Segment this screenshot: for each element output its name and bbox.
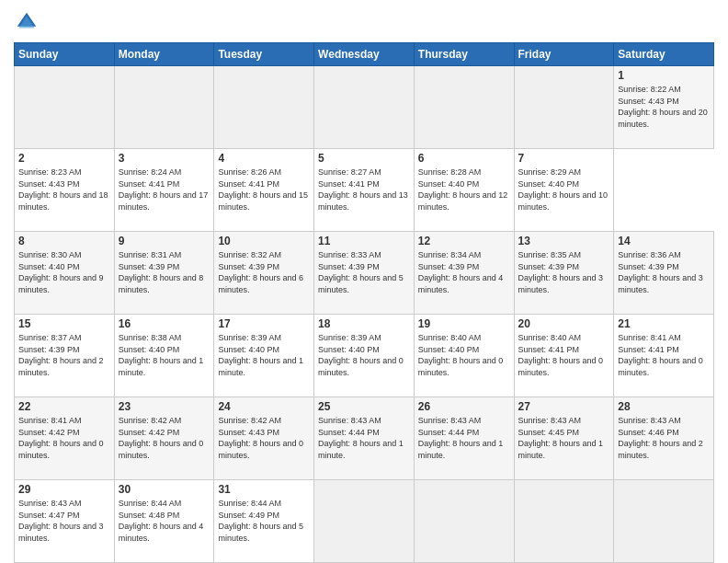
calendar-day-cell: 7Sunrise: 8:29 AMSunset: 4:40 PMDaylight… [514,149,614,232]
calendar-day-cell: 3Sunrise: 8:24 AMSunset: 4:41 PMDaylight… [114,149,214,232]
calendar-day-cell: 22Sunrise: 8:41 AMSunset: 4:42 PMDayligh… [15,397,115,480]
day-number: 26 [418,400,510,413]
day-number: 9 [119,235,210,247]
day-number: 25 [318,400,410,413]
calendar-week-row: 29Sunrise: 8:43 AMSunset: 4:47 PMDayligh… [15,480,714,563]
calendar-week-row: 1Sunrise: 8:22 AMSunset: 4:43 PMDaylight… [15,66,714,149]
day-number: 23 [119,400,210,413]
calendar-day-cell: 21Sunrise: 8:41 AMSunset: 4:41 PMDayligh… [614,315,714,397]
day-number: 14 [618,235,710,247]
day-number: 21 [618,317,710,330]
day-number: 5 [318,152,410,165]
day-info: Sunrise: 8:40 AMSunset: 4:41 PMDaylight:… [518,333,604,377]
calendar-day-cell: 28Sunrise: 8:43 AMSunset: 4:46 PMDayligh… [614,397,714,480]
day-info: Sunrise: 8:42 AMSunset: 4:42 PMDaylight:… [119,416,204,460]
calendar-empty-cell [15,66,115,149]
day-number: 28 [618,400,710,413]
calendar-week-row: 22Sunrise: 8:41 AMSunset: 4:42 PMDayligh… [15,397,714,480]
calendar-day-cell: 4Sunrise: 8:26 AMSunset: 4:41 PMDaylight… [214,149,314,232]
calendar-table: SundayMondayTuesdayWednesdayThursdayFrid… [14,42,714,563]
calendar-day-cell: 13Sunrise: 8:35 AMSunset: 4:39 PMDayligh… [514,232,614,315]
calendar-day-cell: 20Sunrise: 8:40 AMSunset: 4:41 PMDayligh… [514,315,614,397]
calendar-day-cell: 18Sunrise: 8:39 AMSunset: 4:40 PMDayligh… [314,315,415,397]
calendar-day-cell: 25Sunrise: 8:43 AMSunset: 4:44 PMDayligh… [314,397,415,480]
day-number: 20 [518,317,610,330]
calendar-header-thursday: Thursday [414,43,514,66]
day-info: Sunrise: 8:35 AMSunset: 4:39 PMDaylight:… [518,250,604,294]
calendar-day-cell: 17Sunrise: 8:39 AMSunset: 4:40 PMDayligh… [214,315,314,397]
calendar-empty-cell [614,480,714,563]
calendar-day-cell: 16Sunrise: 8:38 AMSunset: 4:40 PMDayligh… [114,315,214,397]
day-number: 16 [119,317,210,330]
day-number: 19 [418,317,510,330]
day-info: Sunrise: 8:42 AMSunset: 4:43 PMDaylight:… [218,416,303,460]
day-info: Sunrise: 8:43 AMSunset: 4:46 PMDaylight:… [618,416,703,460]
calendar-empty-cell [214,66,314,149]
page: SundayMondayTuesdayWednesdayThursdayFrid… [0,0,728,563]
day-number: 8 [18,235,110,247]
day-info: Sunrise: 8:43 AMSunset: 4:47 PMDaylight:… [18,499,104,543]
day-info: Sunrise: 8:44 AMSunset: 4:49 PMDaylight:… [218,499,303,543]
header [14,9,714,35]
day-info: Sunrise: 8:44 AMSunset: 4:48 PMDaylight:… [119,499,204,543]
calendar-day-cell: 8Sunrise: 8:30 AMSunset: 4:40 PMDaylight… [15,232,115,315]
calendar-empty-cell [414,66,514,149]
day-info: Sunrise: 8:39 AMSunset: 4:40 PMDaylight:… [218,333,303,377]
day-number: 13 [518,235,610,247]
calendar-header-monday: Monday [114,43,214,66]
calendar-day-cell: 6Sunrise: 8:28 AMSunset: 4:40 PMDaylight… [414,149,514,232]
calendar-day-cell: 10Sunrise: 8:32 AMSunset: 4:39 PMDayligh… [214,232,314,315]
day-number: 3 [119,152,210,165]
calendar-header-wednesday: Wednesday [314,43,415,66]
day-number: 18 [318,317,410,330]
calendar-day-cell: 5Sunrise: 8:27 AMSunset: 4:41 PMDaylight… [314,149,415,232]
day-number: 15 [18,317,110,330]
calendar-day-cell: 24Sunrise: 8:42 AMSunset: 4:43 PMDayligh… [214,397,314,480]
day-number: 10 [218,235,310,247]
calendar-day-cell: 26Sunrise: 8:43 AMSunset: 4:44 PMDayligh… [414,397,514,480]
day-number: 30 [119,483,210,496]
day-number: 7 [518,152,610,165]
day-info: Sunrise: 8:32 AMSunset: 4:39 PMDaylight:… [218,250,303,294]
calendar-empty-cell [514,480,614,563]
day-info: Sunrise: 8:28 AMSunset: 4:40 PMDaylight:… [418,167,508,212]
calendar-week-row: 2Sunrise: 8:23 AMSunset: 4:43 PMDaylight… [15,149,714,232]
day-number: 27 [518,400,610,413]
calendar-day-cell: 30Sunrise: 8:44 AMSunset: 4:48 PMDayligh… [114,480,214,563]
day-info: Sunrise: 8:41 AMSunset: 4:42 PMDaylight:… [18,416,104,460]
calendar-day-cell: 29Sunrise: 8:43 AMSunset: 4:47 PMDayligh… [15,480,115,563]
day-info: Sunrise: 8:22 AMSunset: 4:43 PMDaylight:… [618,85,708,129]
day-info: Sunrise: 8:40 AMSunset: 4:40 PMDaylight:… [418,333,504,377]
day-info: Sunrise: 8:31 AMSunset: 4:39 PMDaylight:… [119,250,204,294]
calendar-empty-cell [514,66,614,149]
day-number: 4 [218,152,310,165]
calendar-day-cell: 12Sunrise: 8:34 AMSunset: 4:39 PMDayligh… [414,232,514,315]
day-info: Sunrise: 8:24 AMSunset: 4:41 PMDaylight:… [119,167,209,212]
calendar-day-cell: 9Sunrise: 8:31 AMSunset: 4:39 PMDaylight… [114,232,214,315]
calendar-header-friday: Friday [514,43,614,66]
calendar-day-cell: 1Sunrise: 8:22 AMSunset: 4:43 PMDaylight… [614,66,714,149]
day-info: Sunrise: 8:43 AMSunset: 4:44 PMDaylight:… [418,416,504,460]
day-info: Sunrise: 8:39 AMSunset: 4:40 PMDaylight:… [318,333,404,377]
day-info: Sunrise: 8:34 AMSunset: 4:39 PMDaylight:… [418,250,504,294]
day-number: 29 [18,483,110,496]
day-number: 24 [218,400,310,413]
calendar-empty-cell [314,66,415,149]
calendar-empty-cell [414,480,514,563]
day-number: 12 [418,235,510,247]
day-info: Sunrise: 8:26 AMSunset: 4:41 PMDaylight:… [218,167,308,212]
calendar-empty-cell [314,480,415,563]
calendar-day-cell: 2Sunrise: 8:23 AMSunset: 4:43 PMDaylight… [15,149,115,232]
day-info: Sunrise: 8:43 AMSunset: 4:44 PMDaylight:… [318,416,404,460]
calendar-header-saturday: Saturday [614,43,714,66]
calendar-day-cell: 15Sunrise: 8:37 AMSunset: 4:39 PMDayligh… [15,315,115,397]
calendar-day-cell: 14Sunrise: 8:36 AMSunset: 4:39 PMDayligh… [614,232,714,315]
day-info: Sunrise: 8:41 AMSunset: 4:41 PMDaylight:… [618,333,703,377]
day-info: Sunrise: 8:33 AMSunset: 4:39 PMDaylight:… [318,250,404,294]
logo [14,9,43,35]
day-number: 2 [18,152,110,165]
day-info: Sunrise: 8:23 AMSunset: 4:43 PMDaylight:… [18,167,108,212]
calendar-week-row: 15Sunrise: 8:37 AMSunset: 4:39 PMDayligh… [15,315,714,397]
calendar-day-cell: 23Sunrise: 8:42 AMSunset: 4:42 PMDayligh… [114,397,214,480]
day-number: 17 [218,317,310,330]
